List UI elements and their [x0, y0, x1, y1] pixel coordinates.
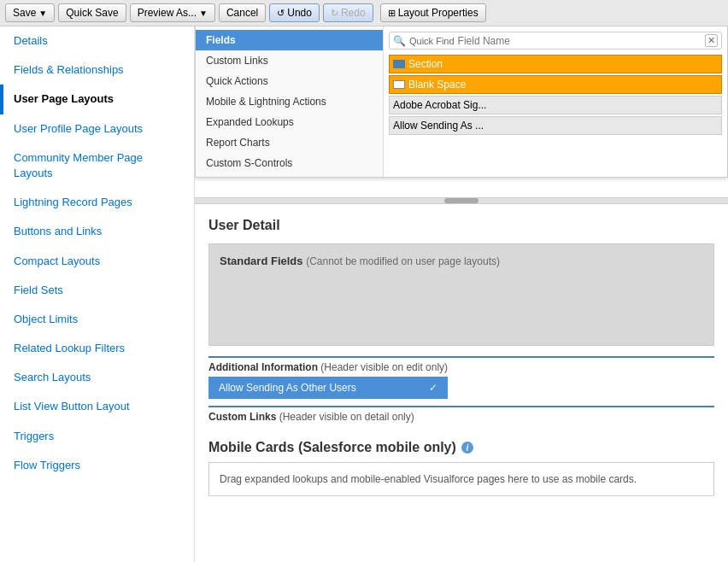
main-layout: Details Fields & Relationships User Page… — [0, 26, 728, 562]
toolbar: Save ▼ Quick Save Preview As... ▼ Cancel… — [0, 0, 728, 26]
sidebar-item-object-limits[interactable]: Object Limits — [0, 305, 194, 334]
allow-sending-checkmark: ✓ — [429, 382, 437, 394]
sidebar-item-community-member-page-layouts[interactable]: Community Member Page Layouts — [0, 143, 194, 188]
save-dropdown-arrow[interactable]: ▼ — [38, 9, 47, 18]
custom-links-section: Custom Links (Header visible on detail o… — [208, 406, 714, 426]
sidebar: Details Fields & Relationships User Page… — [0, 26, 195, 562]
sidebar-item-related-lookup-filters[interactable]: Related Lookup Filters — [0, 334, 194, 363]
field-item-blank-space[interactable]: Blank Space — [389, 75, 722, 94]
field-item-adobe-acrobat[interactable]: Adobe Acrobat Sig... — [389, 96, 722, 114]
dropdown-item-fields[interactable]: Fields — [196, 30, 383, 50]
allow-sending-label: Allow Sending As Other Users — [219, 382, 356, 394]
quick-find-label: Quick Find — [409, 36, 455, 46]
mobile-cards-title: Mobile Cards (Salesforce mobile only) i — [208, 440, 714, 455]
preview-as-button[interactable]: Preview As... ▼ — [130, 3, 215, 22]
page-content: User Detail Standard Fields (Cannot be m… — [195, 204, 728, 510]
sidebar-item-user-page-layouts[interactable]: User Page Layouts — [0, 85, 194, 114]
sidebar-item-triggers[interactable]: Triggers — [0, 422, 194, 451]
sidebar-item-details[interactable]: Details — [0, 26, 194, 56]
sidebar-item-compact-layouts[interactable]: Compact Layouts — [0, 247, 194, 276]
quick-find-bar: 🔍 Quick Find ✕ — [389, 32, 722, 50]
standard-fields-label: Standard Fields (Cannot be modified on u… — [220, 255, 703, 267]
save-button[interactable]: Save ▼ — [5, 3, 55, 22]
cancel-button[interactable]: Cancel — [219, 3, 266, 22]
undo-button[interactable]: ↺ Undo — [269, 3, 320, 22]
field-item-allow-sending-as[interactable]: Allow Sending As ... — [389, 116, 722, 135]
redo-icon: ↻ — [331, 8, 338, 19]
sidebar-item-search-layouts[interactable]: Search Layouts — [0, 363, 194, 392]
additional-info-section: Additional Information (Header visible o… — [208, 356, 714, 399]
redo-button[interactable]: ↻ Redo — [323, 3, 373, 22]
dropdown-right-content: 🔍 Quick Find ✕ Section Blank Space Adobe… — [384, 26, 727, 177]
preview-dropdown-arrow: ▼ — [199, 9, 208, 18]
standard-fields-box: Standard Fields (Cannot be modified on u… — [208, 243, 714, 346]
sidebar-item-fields-relationships[interactable]: Fields & Relationships — [0, 56, 194, 85]
sidebar-item-buttons-and-links[interactable]: Buttons and Links — [0, 217, 194, 246]
panel-scroll-handle — [444, 198, 478, 203]
undo-icon: ↺ — [277, 8, 285, 19]
layout-icon: ⊞ — [388, 8, 396, 19]
sidebar-item-lightning-record-pages[interactable]: Lightning Record Pages — [0, 188, 194, 217]
mobile-cards-info-icon[interactable]: i — [461, 442, 473, 454]
dropdown-item-mobile-lightning-actions[interactable]: Mobile & Lightning Actions — [196, 91, 383, 112]
quick-save-button[interactable]: Quick Save — [58, 3, 126, 22]
search-icon: 🔍 — [393, 35, 406, 47]
content-area: Fields Custom Links Quick Actions Mobile… — [195, 26, 728, 562]
section-field-icon — [393, 60, 405, 68]
layout-properties-button[interactable]: ⊞ Layout Properties — [380, 3, 486, 22]
dropdown-item-quick-actions[interactable]: Quick Actions — [196, 71, 383, 91]
user-detail-title: User Detail — [208, 218, 714, 233]
panel-scroll-indicator — [195, 197, 728, 204]
sidebar-item-field-sets[interactable]: Field Sets — [0, 276, 194, 305]
mobile-cards-box: Drag expanded lookups and mobile-enabled… — [208, 462, 714, 496]
quick-find-input[interactable] — [458, 35, 705, 47]
dropdown-panel: Fields Custom Links Quick Actions Mobile… — [195, 26, 728, 178]
allow-sending-row[interactable]: Allow Sending As Other Users ✓ — [208, 377, 448, 399]
dropdown-item-expanded-lookups[interactable]: Expanded Lookups — [196, 112, 383, 132]
field-item-section[interactable]: Section — [389, 55, 722, 73]
sidebar-item-user-profile-page-layouts[interactable]: User Profile Page Layouts — [0, 114, 194, 143]
custom-links-header: Custom Links (Header visible on detail o… — [208, 411, 714, 423]
dropdown-item-report-charts[interactable]: Report Charts — [196, 132, 383, 153]
clear-search-button[interactable]: ✕ — [705, 34, 718, 47]
mobile-cards-section: Mobile Cards (Salesforce mobile only) i … — [208, 440, 714, 496]
dropdown-item-custom-s-controls[interactable]: Custom S-Controls — [196, 153, 383, 173]
additional-info-header: Additional Information (Header visible o… — [208, 358, 714, 377]
dropdown-item-custom-links[interactable]: Custom Links — [196, 50, 383, 71]
blank-space-field-icon — [393, 80, 405, 89]
sidebar-item-flow-triggers[interactable]: Flow Triggers — [0, 451, 194, 480]
dropdown-left-nav: Fields Custom Links Quick Actions Mobile… — [196, 26, 384, 177]
sidebar-item-list-view-button-layout[interactable]: List View Button Layout — [0, 392, 194, 421]
